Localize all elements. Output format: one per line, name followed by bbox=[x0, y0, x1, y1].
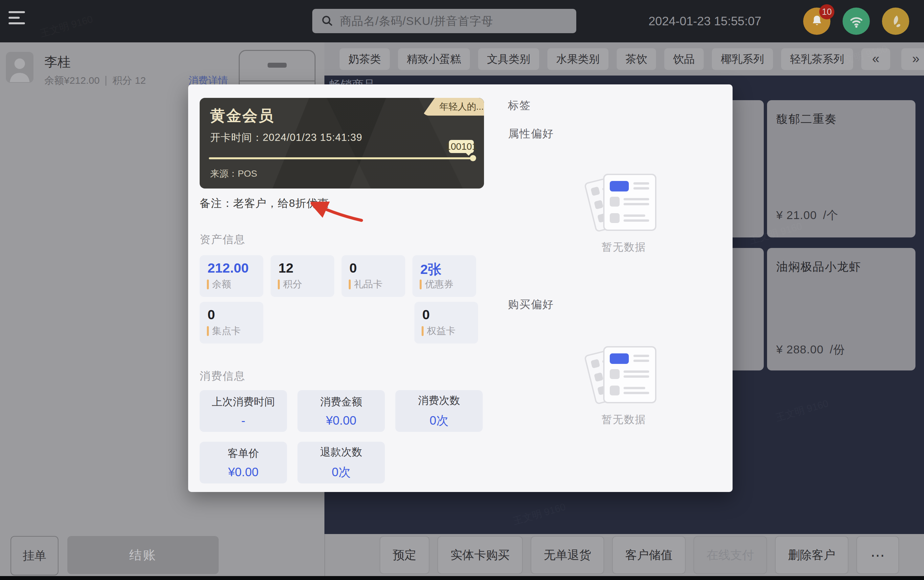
refund-count: 退款次数 0次 bbox=[298, 442, 385, 483]
search-placeholder: 商品名/条码/SKU/拼音首字母 bbox=[340, 13, 493, 29]
divider bbox=[324, 534, 325, 576]
assets-section-title: 资产信息 bbox=[200, 232, 246, 247]
notification-badge: 10 bbox=[819, 4, 834, 20]
hold-order-button[interactable]: 挂单 bbox=[10, 536, 58, 575]
asset-gift-card: 0 礼品卡 bbox=[342, 255, 405, 297]
gold-bar-icon bbox=[207, 326, 209, 336]
tabs-prev-button[interactable]: « bbox=[861, 48, 890, 70]
gold-bar-icon bbox=[278, 280, 280, 289]
card-source: 来源：POS bbox=[210, 168, 257, 180]
assets-grid: 212.00 余额 12 积分 0 礼品卡 2张 优惠券 0 集点卡 0 权益卡 bbox=[200, 255, 488, 344]
tab-category-5[interactable]: 饮品 bbox=[664, 48, 704, 70]
tab-category-7[interactable]: 轻乳茶系列 bbox=[781, 48, 853, 70]
datetime-display: 2024-01-23 15:55:07 bbox=[648, 0, 761, 42]
member-summary: 余额¥212.00 积分 12 bbox=[44, 74, 146, 87]
member-name: 李桂 bbox=[44, 53, 71, 71]
notification-bell-button[interactable]: 10 bbox=[803, 8, 830, 35]
membership-card: 黄金会员 开卡时间：2024/01/23 15:41:39 年轻人的... 10… bbox=[200, 98, 484, 188]
network-status-button[interactable] bbox=[843, 8, 870, 35]
consume-section-title: 消费信息 bbox=[200, 369, 246, 384]
product-unit: /个 bbox=[823, 209, 839, 221]
checkout-button[interactable]: 结账 bbox=[67, 536, 219, 574]
product-price: ¥ 288.00 bbox=[776, 343, 824, 356]
gold-bar-icon bbox=[207, 280, 209, 289]
empty-docs-icon bbox=[586, 172, 662, 231]
divider bbox=[105, 76, 106, 86]
consume-count: 消费次数 0次 bbox=[395, 390, 483, 432]
user-avatar-button[interactable] bbox=[882, 8, 909, 35]
product-unit: /份 bbox=[830, 343, 845, 356]
delete-customer-button[interactable]: 删除客户 bbox=[775, 536, 848, 574]
empty-text: 暂无数据 bbox=[586, 412, 662, 427]
physical-card-purchase-button[interactable]: 实体卡购买 bbox=[437, 536, 523, 574]
wifi-icon bbox=[848, 13, 864, 29]
member-remark: 备注：老客户，给8折优惠 bbox=[200, 196, 329, 211]
member-detail-modal: 黄金会员 开卡时间：2024/01/23 15:41:39 年轻人的... 10… bbox=[188, 84, 733, 492]
top-bar: 商品名/条码/SKU/拼音首字母 2024-01-23 15:55:07 10 bbox=[0, 0, 924, 42]
empty-text: 暂无数据 bbox=[586, 240, 662, 255]
screen-bottom-bar bbox=[0, 576, 924, 580]
no-receipt-refund-button[interactable]: 无单退货 bbox=[531, 536, 604, 574]
gold-bar-icon bbox=[420, 280, 422, 289]
customer-stored-value-button[interactable]: 客户储值 bbox=[612, 536, 686, 574]
buy-pref-title: 购买偏好 bbox=[508, 297, 554, 312]
gold-bar-icon bbox=[349, 280, 351, 289]
gold-bar-icon bbox=[422, 326, 424, 336]
attr-pref-empty: 暂无数据 bbox=[586, 172, 662, 255]
product-card[interactable]: 油焖极品小龙虾 ¥ 288.00 /份 bbox=[767, 248, 916, 371]
tab-category-6[interactable]: 椰乳系列 bbox=[712, 48, 773, 70]
search-icon bbox=[321, 15, 334, 28]
tab-category-1[interactable]: 精致小蛋糕 bbox=[398, 48, 470, 70]
tab-category-2[interactable]: 文具类别 bbox=[478, 48, 539, 70]
membership-level: 黄金会员 bbox=[210, 106, 275, 126]
tags-title: 标签 bbox=[508, 98, 531, 113]
card-number-bubble: 100101 bbox=[449, 140, 474, 153]
menu-icon[interactable] bbox=[8, 11, 26, 26]
asset-stamp-card: 0 集点卡 bbox=[200, 302, 263, 344]
reserve-button[interactable]: 预定 bbox=[380, 536, 429, 574]
person-silhouette-icon bbox=[6, 52, 33, 83]
buy-pref-empty: 暂无数据 bbox=[586, 345, 662, 427]
online-pay-button[interactable]: 在线支付 bbox=[694, 536, 767, 574]
avg-ticket: 客单价 ¥0.00 bbox=[200, 442, 287, 483]
attr-pref-title: 属性偏好 bbox=[508, 127, 554, 141]
product-price: ¥ 21.00 bbox=[776, 209, 817, 221]
search-input[interactable]: 商品名/条码/SKU/拼音首字母 bbox=[312, 9, 576, 33]
member-balance: 余额¥212.00 bbox=[44, 74, 99, 87]
card-open-time: 开卡时间：2024/01/23 15:41:39 bbox=[210, 131, 362, 145]
asset-coupons: 2张 优惠券 bbox=[413, 255, 476, 297]
tabs-next-button[interactable]: » bbox=[901, 48, 924, 70]
member-avatar bbox=[6, 52, 33, 83]
empty-docs-icon bbox=[586, 345, 662, 403]
brand-leaf-icon bbox=[888, 13, 904, 30]
tab-category-3[interactable]: 水果类别 bbox=[547, 48, 608, 70]
more-actions-button[interactable]: ⋯ bbox=[857, 536, 899, 574]
consume-amount: 消费金额 ¥0.00 bbox=[298, 390, 385, 432]
asset-points: 12 积分 bbox=[271, 255, 334, 297]
level-progress-bar bbox=[209, 157, 474, 159]
tab-category-0[interactable]: 奶茶类 bbox=[340, 48, 390, 70]
product-card[interactable]: 馥郁二重奏 ¥ 21.00 /个 bbox=[767, 100, 916, 237]
bottom-action-bar: 挂单 结账 预定 实体卡购买 无单退货 客户储值 在线支付 删除客户 ⋯ bbox=[0, 534, 924, 576]
asset-balance: 212.00 余额 bbox=[200, 255, 263, 297]
red-arrow-annotation bbox=[311, 200, 367, 225]
category-tabbar: 奶茶类 精致小蛋糕 文具类别 水果类别 茶饮 饮品 椰乳系列 轻乳茶系列 « » bbox=[324, 42, 924, 76]
pos-screen: 商品名/条码/SKU/拼音首字母 2024-01-23 15:55:07 10 bbox=[0, 0, 924, 580]
level-progress-knob bbox=[470, 155, 476, 161]
asset-benefit-card: 0 权益卡 bbox=[414, 302, 478, 344]
tab-category-4[interactable]: 茶饮 bbox=[617, 48, 656, 70]
member-points: 积分 12 bbox=[112, 74, 146, 87]
last-consume-time: 上次消费时间 - bbox=[200, 390, 287, 432]
